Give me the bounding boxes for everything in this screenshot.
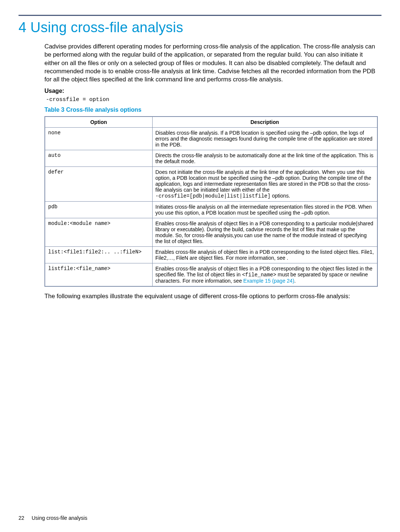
option-cell: listfile:<file_name> — [45, 263, 152, 287]
chapter-title: 4 Using cross-file analysis — [19, 20, 381, 36]
table-row: none Disables cross-file analysis. If a … — [45, 128, 377, 150]
usage-command: -crossfile = option — [46, 97, 378, 103]
table-header-row: Option Description — [45, 117, 377, 128]
option-cell: pdb — [45, 202, 152, 218]
option-cell: none — [45, 128, 152, 150]
description-cell: Enables cross-file analysis of object fi… — [152, 247, 377, 263]
header-rule — [19, 15, 381, 16]
options-table: Option Description none Disables cross-f… — [44, 116, 378, 287]
desc-text: Does not initiate the cross-file analysi… — [156, 169, 371, 193]
description-cell: Enables cross-file analysis of object fi… — [152, 218, 377, 247]
table-row: auto Directs the cross-file analysis to … — [45, 150, 377, 167]
desc-text: options. — [270, 193, 290, 199]
table-row: defer Does not initiate the cross-file a… — [45, 167, 377, 202]
page-footer: 22 Using cross-file analysis — [19, 515, 87, 521]
table-header-option: Option — [45, 117, 152, 128]
example-link[interactable]: Example 15 (page 24) — [243, 278, 294, 284]
desc-code: -crossfile=[pdb|module|list|listfile] — [156, 193, 271, 199]
table-header-description: Description — [152, 117, 377, 128]
table-row: pdb Initiates cross-file analysis on all… — [45, 202, 377, 218]
footer-section: Using cross-file analysis — [31, 515, 87, 521]
description-cell: Initiates cross-file analysis on all the… — [152, 202, 377, 218]
usage-label: Usage: — [44, 88, 378, 94]
table-row: list:<file1:file2:.. ..:fileN> Enables c… — [45, 247, 377, 263]
after-paragraph: The following examples illustrate the eq… — [44, 292, 378, 300]
table-row: module:<module name> Enables cross-file … — [45, 218, 377, 247]
description-cell: Does not initiate the cross-file analysi… — [152, 167, 377, 202]
option-cell: defer — [45, 167, 152, 202]
table-row: listfile:<file_name> Enables cross-file … — [45, 263, 377, 287]
desc-code: <file_name> — [242, 272, 276, 278]
description-cell: Enables cross-file analysis of object fi… — [152, 263, 377, 287]
description-cell: Disables cross-file analysis. If a PDB l… — [152, 128, 377, 150]
description-cell: Directs the cross-file analysis to be au… — [152, 150, 377, 167]
option-cell: auto — [45, 150, 152, 167]
page-number: 22 — [19, 515, 24, 521]
body-content: Cadvise provides different operating mod… — [44, 42, 378, 300]
table-title: Table 3 Cross-file analysis options — [44, 107, 378, 113]
option-cell: list:<file1:file2:.. ..:fileN> — [45, 247, 152, 263]
intro-paragraph: Cadvise provides different operating mod… — [44, 42, 378, 83]
desc-text: . — [294, 278, 296, 284]
desc-text: . — [287, 255, 288, 261]
desc-text: Enables cross-file analysis of object fi… — [156, 249, 374, 261]
option-cell: module:<module name> — [45, 218, 152, 247]
